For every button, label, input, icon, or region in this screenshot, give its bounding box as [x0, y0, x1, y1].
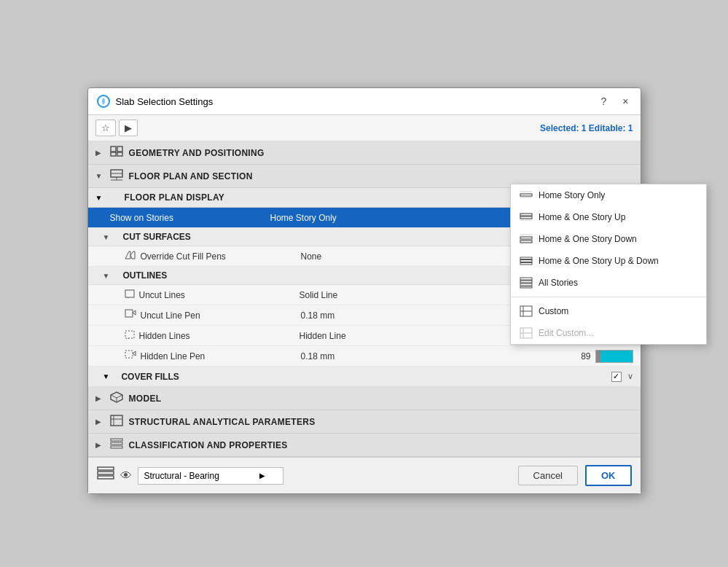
hidden-pen-icon — [125, 350, 136, 362]
svg-rect-34 — [520, 237, 532, 239]
stories-dropdown-popup: Home Story Only Home & One Story Up Home… — [510, 184, 707, 345]
cancel-button[interactable]: Cancel — [518, 466, 578, 485]
close-button[interactable]: × — [619, 94, 631, 109]
hidden-lines-icon — [125, 330, 135, 341]
geometry-icon — [110, 146, 123, 160]
dropdown-item-custom[interactable]: Custom — [511, 300, 706, 322]
outlines-title: OUTLINES — [123, 270, 168, 281]
all-stories-label: All Stories — [539, 278, 578, 288]
svg-rect-37 — [520, 257, 532, 259]
svg-rect-41 — [520, 281, 532, 283]
structural-section-header[interactable]: ▶ STRUCTURAL ANALYTICAL PARAMETERS — [88, 410, 641, 434]
cover-fills-check[interactable]: ✓ — [611, 372, 622, 382]
hidden-lines-label: Hidden Lines — [139, 331, 300, 341]
floorplan-icon — [110, 169, 123, 183]
footer-left: 👁 Structural - Bearing ▶ — [97, 466, 283, 485]
uncut-lines-icon — [125, 289, 135, 300]
toolbar: ☆ ▶ Selected: 1 Editable: 1 — [88, 115, 641, 141]
floorplan-title: FLOOR PLAN AND SECTION — [129, 171, 253, 181]
structural-icon — [110, 415, 123, 429]
cover-fills-row: ▼ COVER FILLS ✓ ∨ — [88, 367, 641, 387]
hidden-pen-label: Hidden Line Pen — [141, 351, 301, 361]
custom-label: Custom — [539, 306, 568, 316]
hidden-line-pen-row: Hidden Line Pen 0.18 mm 89 — [88, 346, 641, 367]
svg-rect-31 — [520, 216, 532, 219]
classification-icon — [110, 438, 123, 452]
svg-rect-39 — [520, 263, 532, 265]
svg-rect-40 — [520, 278, 532, 280]
classification-title: CLASSIFICATION AND PROPERTIES — [129, 440, 288, 450]
svg-rect-4 — [117, 152, 122, 156]
uncut-lines-label: Uncut Lines — [139, 290, 300, 300]
all-stories-icon — [520, 276, 533, 289]
ok-button[interactable]: OK — [585, 465, 632, 486]
svg-rect-27 — [98, 476, 114, 479]
svg-rect-28 — [520, 194, 532, 196]
title-left: Slab Selection Settings — [97, 95, 214, 108]
dialog-title: Slab Selection Settings — [116, 96, 214, 107]
title-right: ? × — [598, 94, 632, 109]
svg-rect-15 — [125, 331, 134, 338]
dropdown-item-home-one-up[interactable]: Home & One Story Up — [511, 206, 706, 228]
svg-rect-17 — [125, 351, 133, 358]
uncut-pen-label: Uncut Line Pen — [141, 310, 301, 321]
help-button[interactable]: ? — [598, 94, 610, 109]
floor-plan-display-title: FLOOR PLAN DISPLAY — [125, 192, 225, 203]
cover-fills-checkbox: ✓ — [611, 372, 622, 382]
hidden-pen-swatch[interactable] — [595, 350, 633, 363]
cover-fills-expand: ∨ — [627, 372, 633, 381]
home-one-down-label: Home & One Story Down — [539, 234, 637, 244]
dropdown-item-home-one-up-down[interactable]: Home & One Story Up & Down — [511, 250, 706, 272]
dropdown-item-edit-custom: Edit Custom... — [511, 322, 706, 344]
classification-toggle: ▶ — [95, 441, 104, 449]
svg-rect-43 — [520, 286, 532, 288]
model-title: MODEL — [129, 394, 162, 404]
selected-label: Selected: 1 Editable: — [540, 123, 628, 133]
layer-stack-icon — [97, 466, 114, 485]
cut-surfaces-title: CUT SURFACES — [123, 232, 191, 242]
selection-info: Selected: 1 Editable: 1 — [540, 123, 633, 133]
outlines-toggle: ▼ — [103, 272, 111, 280]
model-section-header[interactable]: ▶ MODEL — [88, 387, 641, 410]
swatch-color2 — [600, 350, 633, 363]
geometry-section-header[interactable]: ▶ GEOMETRY AND POSITIONING — [88, 141, 641, 165]
home-one-up-label: Home & One Story Up — [539, 212, 625, 222]
cut-fill-icon — [125, 250, 136, 262]
dropdown-item-all-stories[interactable]: All Stories — [511, 272, 706, 294]
svg-rect-3 — [111, 152, 116, 156]
svg-rect-32 — [520, 214, 532, 216]
svg-rect-1 — [111, 146, 116, 152]
dropdown-divider — [511, 297, 706, 297]
home-only-icon — [520, 189, 533, 202]
svg-rect-2 — [117, 146, 122, 152]
model-icon — [110, 391, 123, 405]
svg-rect-35 — [520, 241, 532, 243]
dialog-footer: 👁 Structural - Bearing ▶ Cancel OK — [88, 457, 641, 493]
svg-rect-12 — [125, 290, 134, 297]
dropdown-item-home-one-down[interactable]: Home & One Story Down — [511, 228, 706, 250]
svg-rect-26 — [98, 472, 114, 474]
toolbar-left: ☆ ▶ — [95, 120, 138, 136]
model-toggle: ▶ — [95, 394, 104, 402]
home-one-down-icon — [520, 232, 533, 246]
svg-rect-23 — [111, 442, 122, 445]
favorite-button[interactable]: ☆ — [95, 120, 116, 136]
arrow-button[interactable]: ▶ — [119, 120, 138, 136]
geometry-title: GEOMETRY AND POSITIONING — [129, 148, 265, 158]
layer-label: Structural - Bearing — [144, 471, 219, 481]
edit-custom-label: Edit Custom... — [539, 328, 593, 338]
classification-section-header[interactable]: ▶ CLASSIFICATION AND PROPERTIES — [88, 434, 641, 457]
hidden-lines-value: Hidden Line — [300, 331, 539, 341]
dropdown-item-home-only[interactable]: Home Story Only — [511, 184, 706, 206]
svg-rect-14 — [125, 310, 133, 317]
home-only-label: Home Story Only — [539, 190, 605, 200]
cut-surfaces-toggle: ▼ — [103, 233, 111, 241]
dialog-titlebar: Slab Selection Settings ? × — [88, 88, 641, 115]
override-cut-fill-label: Override Cut Fill Pens — [141, 251, 301, 262]
layer-dropdown[interactable]: Structural - Bearing ▶ — [138, 467, 283, 485]
svg-rect-22 — [111, 439, 122, 441]
structural-title: STRUCTURAL ANALYTICAL PARAMETERS — [129, 417, 316, 427]
svg-rect-19 — [111, 415, 122, 426]
home-one-up-down-label: Home & One Story Up & Down — [539, 256, 659, 266]
uncut-lines-value: Solid Line — [300, 290, 539, 300]
